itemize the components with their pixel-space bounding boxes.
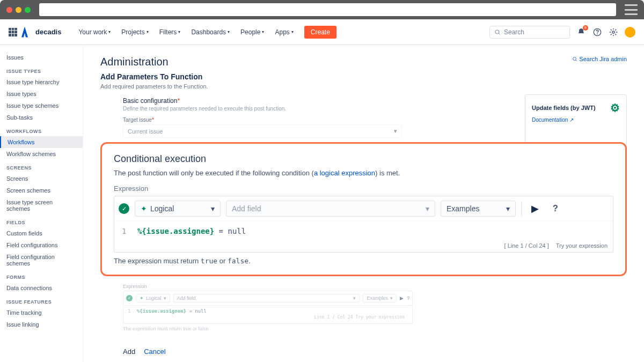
search-icon	[494, 29, 501, 35]
validation-check-icon: ✓	[119, 203, 129, 214]
app-switcher-icon[interactable]	[9, 28, 17, 36]
notifications-icon[interactable]: 9	[576, 27, 586, 37]
user-avatar[interactable]	[625, 27, 635, 38]
sidebar-item[interactable]: Custom fields	[0, 227, 83, 239]
minimize-window-button[interactable]	[16, 7, 21, 13]
chevron-down-icon: ▾	[147, 29, 149, 34]
add-field-select[interactable]: Add field▾	[173, 294, 360, 302]
search-jira-admin-link[interactable]: Search Jira admin	[572, 56, 627, 62]
sidebar-item[interactable]: Issue linking	[0, 319, 83, 330]
sidebar-item[interactable]: Issue type screen schemes	[0, 196, 83, 215]
main-content: Search Jira admin Administration Add Par…	[83, 45, 644, 362]
add-button[interactable]: Add	[123, 348, 135, 356]
create-button[interactable]: Create	[304, 26, 336, 39]
settings-icon[interactable]	[609, 27, 618, 37]
form-actions: Add Cancel	[123, 348, 627, 356]
chevron-down-icon: ▾	[211, 204, 215, 213]
documentation-link[interactable]: Documentation ↗	[532, 117, 574, 123]
target-issue-select[interactable]: Current issue ▾	[123, 124, 402, 138]
chevron-down-icon: ▾	[506, 204, 510, 213]
page-subtitle: Add Parameters To Function	[100, 72, 627, 81]
run-expression-button[interactable]: ▶	[527, 203, 543, 215]
brand-name: decadis	[35, 28, 61, 36]
sidebar-item[interactable]: Data connections	[0, 282, 83, 294]
examples-select[interactable]: Examples▾	[363, 294, 397, 302]
gear-icon: ⚙	[610, 101, 620, 114]
page-description: Add required parameters to the Function.	[100, 83, 627, 90]
sidebar-heading: WORKFLOWS	[0, 123, 83, 136]
expression-hint: The expression must return true or false…	[114, 257, 613, 265]
sidebar-item[interactable]: Screen schemes	[0, 184, 83, 196]
svg-point-3	[597, 34, 598, 34]
admin-sidebar: Issues ISSUE TYPES Issue type hierarchy …	[0, 45, 83, 362]
nav-projects[interactable]: Projects▾	[117, 26, 152, 38]
sidebar-item[interactable]: Time tracking	[0, 307, 83, 319]
examples-select[interactable]: Examples ▾	[441, 201, 516, 217]
code-variable: %{issue.assignee}	[137, 227, 214, 235]
nav-items: Your work▾ Projects▾ Filters▾ Dashboards…	[74, 26, 297, 38]
try-expression-link[interactable]: Try your expression	[556, 242, 608, 249]
sidebar-item[interactable]: Sub-tasks	[0, 112, 83, 123]
svg-point-5	[573, 57, 576, 61]
nav-apps[interactable]: Apps▾	[270, 26, 297, 38]
sidebar-item[interactable]: Issue type schemes	[0, 100, 83, 112]
help-icon[interactable]	[592, 27, 602, 37]
nav-dashboards[interactable]: Dashboards▾	[187, 26, 234, 38]
nav-filters[interactable]: Filters▾	[155, 26, 185, 38]
logo[interactable]: decadis	[21, 27, 61, 38]
close-window-button[interactable]	[6, 7, 12, 13]
chevron-down-icon: ▾	[426, 204, 429, 213]
editor-toolbar: ✓ ✦Logical ▾ Add field ▾ Examples ▾ ▶	[114, 196, 613, 221]
logo-mark-icon	[21, 27, 32, 38]
run-expression-button[interactable]: ▶	[400, 295, 404, 301]
chevron-down-icon: ▾	[262, 29, 264, 34]
sidebar-heading: ISSUE FEATURES	[0, 294, 83, 307]
maximize-window-button[interactable]	[25, 7, 31, 13]
cursor-position: [ Line 1 / Col 24 ]	[504, 242, 549, 249]
chevron-down-icon: ▾	[108, 29, 111, 34]
expression-editor: ✓ ✦Logical ▾ Add field ▾ Examples ▾ ▶	[114, 196, 613, 253]
help-button[interactable]: ?	[407, 295, 409, 301]
global-search-input[interactable]: Search	[489, 26, 570, 39]
help-button[interactable]: ?	[548, 204, 562, 213]
svg-line-6	[576, 60, 577, 61]
cancel-button[interactable]: Cancel	[144, 348, 165, 356]
sparkle-icon: ✦	[141, 204, 147, 213]
sidebar-item[interactable]: Issue types	[0, 88, 83, 100]
hamburger-icon[interactable]	[625, 4, 638, 15]
sidebar-item[interactable]: Issue type hierarchy	[0, 76, 83, 88]
page-title: Administration	[100, 56, 627, 68]
chevron-down-icon: ▾	[394, 128, 397, 135]
logical-mode-select[interactable]: ✦Logical ▾	[135, 201, 221, 217]
logical-mode-select[interactable]: ✦Logical▾	[136, 294, 170, 302]
sidebar-heading: ISSUE TYPES	[0, 63, 83, 76]
sidebar-item[interactable]: Screens	[0, 173, 83, 184]
toolbar-separator	[521, 201, 522, 216]
sidebar-item[interactable]: Workflow schemes	[0, 148, 83, 160]
sidebar-item-workflows[interactable]: Workflows	[0, 136, 83, 148]
url-bar[interactable]	[39, 3, 616, 16]
callout-description: The post function will only be executed …	[114, 169, 613, 177]
nav-people[interactable]: People▾	[236, 26, 268, 38]
background-expression-section: Expression ✓ ✦Logical▾ Add field▾ Exampl…	[123, 284, 413, 331]
svg-line-1	[499, 33, 500, 34]
code-editor[interactable]: 1 %{issue.assignee} = null Line 1 / Col …	[123, 306, 413, 324]
line-number: 1	[122, 227, 126, 235]
logical-expression-link[interactable]: a logical expression	[314, 169, 375, 177]
sidebar-heading: SCREENS	[0, 160, 83, 173]
sidebar-item[interactable]: Field configurations	[0, 239, 83, 251]
code-rest: = null	[214, 227, 246, 235]
sidebar-heading: FORMS	[0, 269, 83, 282]
editor-status-bar: [ Line 1 / Col 24 ] Try your expression	[114, 241, 613, 252]
sidebar-item-issues[interactable]: Issues	[0, 51, 83, 63]
svg-point-0	[495, 30, 499, 34]
nav-your-work[interactable]: Your work▾	[74, 26, 115, 38]
search-icon	[572, 56, 577, 62]
expression-label: Expression	[114, 184, 613, 193]
code-editor[interactable]: 1 %{issue.assignee} = null	[114, 221, 613, 241]
svg-point-4	[612, 31, 614, 33]
chevron-down-icon: ▾	[228, 29, 230, 34]
sidebar-item[interactable]: Field configuration schemes	[0, 251, 83, 269]
sidebar-heading: FIELDS	[0, 215, 83, 227]
add-field-select[interactable]: Add field ▾	[226, 201, 435, 217]
